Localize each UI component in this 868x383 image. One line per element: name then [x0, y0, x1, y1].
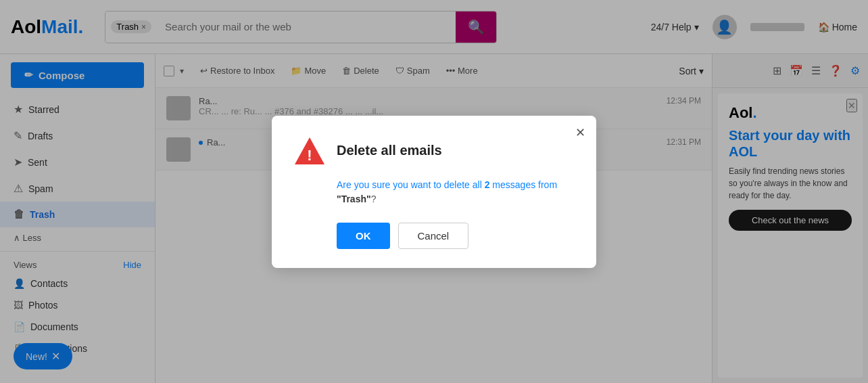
cancel-label: Cancel — [418, 230, 450, 242]
ok-label: OK — [356, 230, 371, 242]
dialog-close-button[interactable]: ✕ — [575, 127, 585, 139]
dialog-body-suffix: ? — [371, 194, 377, 204]
dialog-ok-button[interactable]: OK — [337, 223, 390, 249]
dialog-cancel-button[interactable]: Cancel — [398, 223, 469, 249]
dialog-overlay: ✕ ! Delete all emails Are you sure you w… — [0, 0, 868, 383]
dialog-body: Are you sure you want to delete all 2 me… — [293, 178, 575, 206]
delete-dialog: ✕ ! Delete all emails Are you sure you w… — [272, 116, 596, 268]
dialog-actions: OK Cancel — [293, 223, 575, 249]
dialog-header: ! Delete all emails — [293, 135, 575, 167]
dialog-body-text: Are you sure you want to delete all 2 me… — [337, 179, 557, 190]
warning-icon: ! — [293, 135, 326, 167]
close-icon: ✕ — [575, 126, 585, 139]
svg-text:!: ! — [307, 147, 312, 164]
dialog-title: Delete all emails — [337, 143, 442, 158]
dialog-folder-name: "Trash" — [337, 194, 371, 204]
